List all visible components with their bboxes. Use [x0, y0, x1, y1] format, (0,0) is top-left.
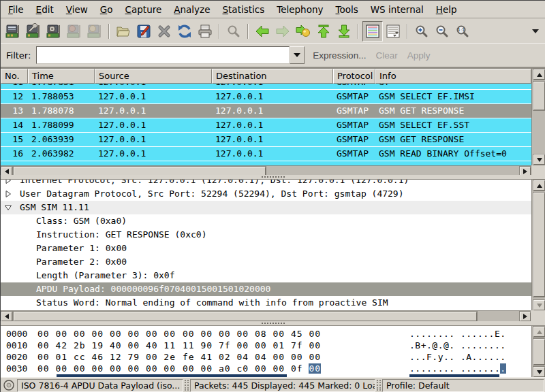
detail-row[interactable]: GSM SIM 11.11	[1, 201, 531, 214]
expander-collapsed-icon[interactable]	[5, 180, 12, 184]
hex-row[interactable]: 003000 00 00 00 00 00 00 0000 00 a0 c0 0…	[1, 363, 531, 374]
wireshark-window: File Edit View Go Capture Analyze Statis…	[0, 0, 545, 392]
colorize-button[interactable]	[362, 21, 383, 42]
expander-collapsed-icon[interactable]	[5, 191, 12, 197]
go-back-button[interactable]	[252, 21, 272, 42]
column-header-source[interactable]: Source	[95, 69, 212, 84]
detail-row[interactable]: Status Word: Normal ending of command wi…	[1, 296, 531, 310]
column-header-no[interactable]: No.	[1, 69, 28, 84]
detail-row[interactable]: Class: GSM (0xa0)	[1, 214, 531, 228]
reload-button[interactable]	[174, 21, 195, 42]
menu-edit[interactable]: Edit	[30, 2, 60, 17]
toolbar-overflow-button[interactable]	[532, 29, 539, 33]
column-header-time[interactable]: Time	[28, 69, 95, 84]
profile-status[interactable]: Profile: Default	[382, 379, 544, 392]
menu-capture[interactable]: Capture	[119, 2, 168, 17]
table-row[interactable]: 14 1.788099 127.0.0.1 127.0.0.1 GSMTAP G…	[1, 118, 531, 133]
field-status-text: ISO 7816-4 APDU Data Payload (iso...	[17, 379, 183, 392]
table-row-partial[interactable]: 11 1.787851 127.0.0.1 127.0.0.1 GSMTAP G…	[1, 84, 531, 90]
capture-stop-button[interactable]	[64, 21, 84, 42]
zoom-out-button[interactable]	[432, 21, 452, 42]
packet-list-vscrollbar[interactable]	[531, 69, 545, 165]
scroll-thumb[interactable]	[533, 339, 545, 365]
toolbar-separator	[407, 24, 408, 39]
interface-list-button[interactable]	[3, 21, 23, 42]
go-to-packet-icon	[295, 23, 311, 39]
hex-row[interactable]: 001000 42 2b 19 40 00 40 1111 90 7f 00 0…	[1, 340, 531, 351]
menu-go[interactable]: Go	[94, 2, 119, 17]
menu-tools[interactable]: Tools	[329, 2, 364, 17]
toolbar-separator	[247, 24, 249, 39]
menu-help[interactable]: Help	[430, 2, 463, 17]
filter-dropdown-button[interactable]	[290, 46, 305, 64]
scroll-thumb[interactable]	[14, 312, 477, 321]
scroll-down-button[interactable]	[533, 300, 545, 310]
print-icon	[197, 23, 213, 39]
table-row-selected[interactable]: 13 1.788078 127.0.0.1 127.0.0.1 GSMTAP G…	[1, 104, 531, 118]
detail-row[interactable]: Length (Parameter 3): 0x0f	[1, 269, 531, 282]
menu-file[interactable]: File	[2, 2, 30, 17]
auto-scroll-button[interactable]	[383, 21, 403, 42]
column-header-protocol[interactable]: Protocol	[333, 69, 375, 84]
selected-byte[interactable]: 00	[309, 363, 321, 374]
detail-row-partial[interactable]: Internet Protocol, Src: 127.0.0.1 (127.0…	[1, 180, 531, 187]
column-header-info[interactable]: Info	[375, 69, 531, 84]
menu-telephony[interactable]: Telephony	[270, 2, 329, 17]
hex-row[interactable]: 002000 01 cc 46 12 79 00 2efe 41 02 04 0…	[1, 351, 531, 363]
detail-row[interactable]: User Datagram Protocol, Src Port: 52294 …	[1, 187, 531, 201]
print-button[interactable]	[195, 21, 215, 42]
scroll-down-button[interactable]	[533, 154, 545, 165]
hex-vscrollbar[interactable]	[531, 326, 545, 378]
scroll-right-button[interactable]	[520, 312, 531, 321]
go-forward-button[interactable]	[272, 21, 293, 42]
clear-button[interactable]: Clear	[375, 50, 397, 61]
statusbar-grip-icon	[185, 380, 189, 391]
selected-ascii-char: .	[500, 363, 505, 374]
colorize-icon	[364, 23, 381, 39]
scroll-up-button[interactable]	[533, 180, 545, 191]
scroll-up-button[interactable]	[533, 327, 545, 337]
zoom-100-button[interactable]: 1:1	[452, 21, 473, 42]
scroll-down-button[interactable]	[533, 367, 545, 377]
table-row[interactable]: 12 1.788053 127.0.0.1 127.0.0.1 GSMTAP G…	[1, 90, 531, 104]
detail-row[interactable]: Parameter 1: 0x00	[1, 242, 531, 255]
scroll-thumb[interactable]	[533, 82, 545, 110]
save-file-button[interactable]	[134, 21, 154, 42]
apply-button[interactable]: Apply	[407, 50, 431, 61]
find-packet-button[interactable]	[223, 21, 244, 42]
expression-button[interactable]: Expression...	[313, 50, 366, 61]
column-header-destination[interactable]: Destination	[212, 69, 333, 84]
menu-ws-internal[interactable]: WS internal	[364, 2, 430, 17]
zoom-in-button[interactable]	[411, 21, 432, 42]
capture-restart-icon	[87, 23, 103, 39]
detail-row[interactable]: Instruction: GET RESPONSE (0xc0)	[1, 228, 531, 242]
table-row[interactable]: 16 2.063982 127.0.0.1 127.0.0.1 GSMTAP G…	[1, 147, 531, 161]
go-to-bottom-button[interactable]	[334, 21, 354, 42]
close-capture-button[interactable]	[154, 21, 174, 42]
table-row[interactable]: 15 2.063939 127.0.0.1 127.0.0.1 GSMTAP G…	[1, 133, 531, 147]
open-file-button[interactable]	[113, 21, 134, 42]
filter-bar: Filter: Expression... Clear Apply	[1, 43, 545, 67]
details-vscrollbar[interactable]	[531, 180, 545, 311]
go-to-top-button[interactable]	[313, 21, 334, 42]
menu-statistics[interactable]: Statistics	[216, 2, 270, 17]
menu-view[interactable]: View	[60, 2, 94, 17]
scroll-thumb[interactable]	[533, 193, 545, 297]
detail-row[interactable]: Parameter 2: 0x00	[1, 255, 531, 269]
hex-row[interactable]: 000000 00 00 00 00 00 00 0000 00 00 00 0…	[1, 328, 531, 340]
capture-restart-button[interactable]	[84, 21, 105, 42]
detail-row-selected[interactable]: APDU Payload: 000000096f0704001500150102…	[1, 282, 531, 296]
details-hscrollbar[interactable]	[1, 310, 531, 321]
capture-options-button[interactable]	[23, 21, 44, 42]
go-to-packet-button[interactable]	[293, 21, 313, 42]
scroll-left-button[interactable]	[1, 312, 12, 321]
filter-input[interactable]	[36, 46, 290, 64]
capture-start-button[interactable]	[44, 21, 64, 42]
scroll-up-button[interactable]	[533, 69, 545, 80]
zoom-out-icon	[434, 23, 450, 39]
expander-expanded-icon[interactable]	[5, 204, 12, 211]
reload-icon	[176, 23, 193, 39]
expert-info-button[interactable]	[2, 378, 16, 392]
capture-options-icon	[25, 23, 42, 39]
menu-analyze[interactable]: Analyze	[168, 2, 216, 17]
